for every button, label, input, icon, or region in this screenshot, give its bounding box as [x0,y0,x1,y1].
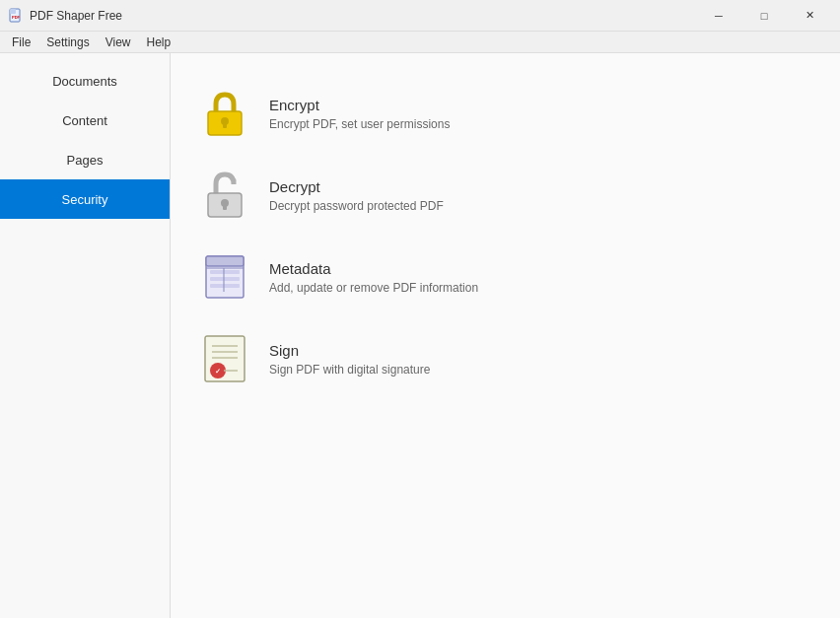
decrypt-text: Decrypt Decrypt password protected PDF [269,178,444,213]
sidebar-item-pages[interactable]: Pages [0,140,170,179]
decrypt-icon [200,171,249,220]
svg-rect-12 [210,277,240,281]
sidebar: Documents Content Pages Security [0,53,171,618]
encrypt-icon [200,89,249,138]
svg-rect-13 [210,284,240,288]
menu-view[interactable]: View [98,32,139,53]
decrypt-item[interactable]: Decrypt Decrypt password protected PDF [200,155,810,237]
metadata-text: Metadata Add, update or remove PDF infor… [269,260,478,295]
sign-desc: Sign PDF with digital signature [269,363,430,377]
minimize-button[interactable]: ─ [696,0,741,32]
close-button[interactable]: ✕ [787,0,832,32]
metadata-item[interactable]: Metadata Add, update or remove PDF infor… [200,237,810,318]
encrypt-desc: Encrypt PDF, set user permissions [269,117,450,131]
svg-rect-16 [205,336,245,381]
sign-icon: ✓ [200,334,249,383]
metadata-title: Metadata [269,260,478,277]
decrypt-desc: Decrypt password protected PDF [269,199,444,213]
titlebar: PDF PDF Shaper Free ─ □ ✕ [0,0,840,32]
menu-file[interactable]: File [4,32,38,53]
svg-text:✓: ✓ [215,368,221,375]
content-area: Encrypt Encrypt PDF, set user permission… [171,53,840,618]
app-icon: PDF [8,8,24,24]
sign-text: Sign Sign PDF with digital signature [269,342,430,377]
sign-title: Sign [269,342,430,359]
menu-help[interactable]: Help [139,32,179,53]
svg-rect-11 [210,270,240,274]
svg-rect-8 [223,203,227,210]
encrypt-item[interactable]: Encrypt Encrypt PDF, set user permission… [200,73,810,155]
decrypt-title: Decrypt [269,178,444,195]
sign-item[interactable]: ✓ Sign Sign PDF with digital signature [200,318,810,400]
metadata-desc: Add, update or remove PDF information [269,281,478,295]
menu-settings[interactable]: Settings [38,32,97,53]
metadata-icon [200,252,249,302]
app-title: PDF Shaper Free [30,9,696,23]
sidebar-item-documents[interactable]: Documents [0,61,170,101]
maximize-button[interactable]: □ [741,0,787,32]
svg-text:PDF: PDF [12,15,21,20]
svg-rect-10 [206,256,244,266]
menubar: File Settings View Help [0,32,840,53]
main-layout: Documents Content Pages Security Encrypt [0,53,840,618]
window-controls: ─ □ ✕ [696,0,832,32]
sidebar-item-content[interactable]: Content [0,101,170,140]
sidebar-item-security[interactable]: Security [0,179,170,219]
svg-rect-5 [223,121,227,128]
encrypt-title: Encrypt [269,97,450,113]
svg-rect-1 [10,9,16,14]
encrypt-text: Encrypt Encrypt PDF, set user permission… [269,97,450,131]
